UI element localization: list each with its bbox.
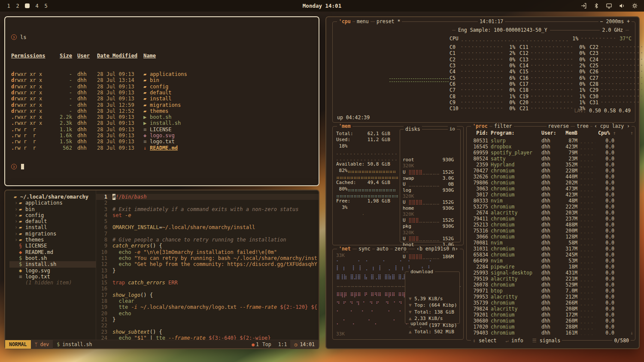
screenshare-icon[interactable] [606, 3, 612, 9]
process-row[interactable]: 16545 dropbox dhh 423M ⡀⡀⡀⡀⡀ 0.0 [470, 144, 632, 150]
tree-item[interactable]: $boot.sh [9, 255, 96, 261]
net-interface[interactable]: ‹b enp191s0 n› [415, 246, 460, 252]
tree-item[interactable]: ✱logo.svg [9, 268, 96, 274]
process-row[interactable]: 70427 chromium dhh 228M ⡀⡀⡀⡀⡀ 0.0 [470, 168, 632, 174]
io-tab[interactable]: io [448, 126, 457, 132]
code-line[interactable]: 4 set -e [96, 212, 319, 218]
terminal-input-line[interactable]: ❯ [11, 163, 313, 170]
code-line[interactable]: 12 echo "Get help from the community: ht… [96, 261, 319, 267]
code-line[interactable]: 2 [96, 200, 319, 206]
workspace-indicator[interactable]: 5 [44, 3, 48, 9]
preset-button[interactable]: preset * [375, 18, 402, 24]
terminal-window[interactable]: ❯ls Permissions Size User Date Modified … [4, 16, 319, 186]
tree-item[interactable]: ›▰applications [9, 200, 96, 206]
process-row[interactable]: 32626 chromium dhh 440M ⡀⡀⡀⡀⡀ 0.0 [470, 174, 632, 180]
process-row[interactable]: 31031 chromium dhh 317M ⡀⡀⡀⡀⡀ 0.0 [470, 246, 632, 252]
menu-button[interactable]: menu [355, 18, 371, 24]
process-row[interactable]: 25993 signal-desktop dhh 431M ⡀⡀⡀⡀⡀ 0.0 [470, 270, 632, 276]
process-row[interactable]: 79519 alacritty dhh 221M ⡀⡀⡀⡀⡀ 0.0 [470, 276, 632, 282]
select-button[interactable]: select [479, 338, 497, 344]
tree-item[interactable]: ›▰default [9, 218, 96, 224]
process-row[interactable]: 3066 chromium dhh 128M ⡀⡀⡀⡀⡀ 0.0 [470, 234, 632, 240]
code-line[interactable]: 13 } [96, 268, 319, 274]
disks-title[interactable]: disks [404, 126, 422, 132]
code-line[interactable]: 19 tte -i ~/.local/share/omarchy/logo.tx… [96, 304, 319, 310]
bluetooth-icon[interactable] [593, 3, 599, 9]
tree-item[interactable]: ›▰install [9, 224, 96, 230]
code-line[interactable]: 15 trap catch_errors ERR [96, 280, 319, 286]
tree-item[interactable]: §LICENSE [9, 243, 96, 249]
process-row[interactable]: 53275 chromium dhh 222M ⡀⡀⡀⡀⡀ 0.0 [470, 204, 632, 210]
process-row[interactable]: 26078 chromium dhh 529M ⡀⡀⡀⡀⡀ 0.0 [470, 282, 632, 288]
process-row[interactable]: 2284 pipewire dhh 18M ⡀⡀⡀⡀⡀ 0.0 [470, 264, 632, 270]
tree-button[interactable]: tree [575, 123, 590, 129]
volume-icon[interactable] [619, 3, 625, 9]
process-row[interactable]: 30680 chromium dhh 260M ⡀⡀⡀⡀⡀ 0.0 [470, 318, 632, 324]
process-row[interactable]: 17020 chromium dhh 288M ⡀⡀⡀⡀⡀ 0.0 [470, 324, 632, 330]
code-line[interactable]: 18 clear [96, 298, 319, 304]
code-line[interactable]: 17 show_logo() { [96, 292, 319, 298]
code-line[interactable]: 21 } [96, 317, 319, 323]
update-interval[interactable]: − 2000ms + [598, 18, 632, 24]
workspace-indicator[interactable]: 3 [25, 3, 30, 8]
process-row[interactable]: 2674 alacritty dhh 203M ⡀⡀⡀⡀⡀ 0.0 [470, 210, 632, 216]
code-line[interactable]: 22 [96, 323, 319, 329]
process-row[interactable]: 75316 chromium dhh 200M ⡀⡀⡀⡀⡀ 0.0 [470, 228, 632, 234]
process-row[interactable]: 79411 chromium dhh 237M ⡀⡀⡀⡀⡀ 0.0 [470, 216, 632, 222]
process-row[interactable]: 79971 btop dhh 7.0M ⡀⡀⡀⡀⡀ 0.0 [470, 288, 632, 294]
process-row[interactable]: 80524 satty dhh 23M ⡀⡀⡀⡀⡀ 0.0 [470, 156, 632, 162]
workspace-indicator[interactable]: 2 [16, 3, 19, 9]
process-row[interactable]: 25213 chromium dhh 488M ⡀⡀⡀⡀⡀ 0.0 [470, 222, 632, 228]
sort-selector[interactable]: ‹ cpu lazy › [592, 123, 632, 129]
mem-panel-title[interactable]: 'mem [337, 123, 352, 129]
scroll-down-icon[interactable]: ↓ [630, 330, 633, 336]
tree-item[interactable]: ›▰migrations [9, 231, 96, 237]
code-line[interactable]: 24 echo "$1" | tte --frame-rate ${3:-640… [96, 335, 319, 340]
code-line[interactable]: 20 echo [96, 311, 319, 317]
process-row[interactable]: 80333 nvim dhh 48M ⡀⡀⡀⡀⡀ 0.0 [470, 198, 632, 204]
code-line[interactable]: 9 catch_errors() { [96, 243, 319, 249]
code-line[interactable]: 3 # Exit immediately if a command exits … [96, 206, 319, 212]
workspace-indicator[interactable]: 4 [35, 3, 39, 9]
process-row[interactable]: 65834 chromium dhh 245M ⡀⡀⡀⡀⡀ 0.0 [470, 252, 632, 258]
process-row[interactable]: 79403 chromium dhh 161M ⡀⡀⡀⡀⡀ 0.0 [470, 330, 632, 335]
info-button[interactable]: info [511, 338, 523, 344]
tree-item[interactable]: ›▰themes [9, 237, 96, 243]
btop-window[interactable]: 'cpu menu preset * 14:01:17 − 2000ms + E… [325, 16, 640, 349]
process-row[interactable]: 80531 slurp dhh 87M ⡀⡀⡀⡀⡀ 0.0 [470, 138, 632, 144]
process-row[interactable]: 79201 chromium dhh 172M ⡀⡀⡀⡀⡀ 0.0 [470, 312, 632, 318]
code-line[interactable]: 1 #!/bin/bash [96, 194, 319, 200]
editor-window[interactable]: ▰~/.local/share/omarchy ›▰applications ›… [4, 190, 319, 349]
process-row[interactable]: 79824 alacritty dhh 208M ⡀⡀⡀⡀⡀ 0.0 [470, 306, 632, 312]
tree-item[interactable]: (1 hidden item) [9, 280, 96, 286]
tree-item[interactable]: ›▰bin [9, 206, 96, 212]
code-line[interactable]: 7 [96, 231, 319, 237]
code-line[interactable]: 16 [96, 286, 319, 292]
process-row[interactable]: 79953 alacritty dhh 212M ⡀⡀⡀⡀⡀ 0.0 [470, 294, 632, 300]
tree-item[interactable]: ◆README.md [9, 249, 96, 255]
code-editor[interactable]: 1 #!/bin/bash 2 3 # Exit immediately if … [96, 190, 319, 340]
sort-column[interactable]: Cpu% ↑ [598, 130, 614, 136]
process-row[interactable]: 3063 chromium dhh 473M ⡀⡀⡀⡀⡀ 0.0 [470, 186, 632, 192]
code-line[interactable]: 11 echo "You can retry by running: bash … [96, 255, 319, 261]
process-row[interactable]: 70081 nvim dhh 58M ⡀⡀⡀⡀⡀ 0.0 [470, 240, 632, 246]
process-row[interactable]: 66499 nvim dhh 53M ⡀⡀⡀⡀⡀ 0.0 [470, 258, 632, 264]
net-panel-title[interactable]: 'net [337, 246, 352, 252]
process-row[interactable]: 69959 spotify_player dhh 79M ⡀⡀⡀⡀⡀ 0.0 [470, 150, 632, 156]
code-line[interactable]: 8 # Give people a chance to retry runnin… [96, 237, 319, 243]
code-line[interactable]: 14 [96, 274, 319, 280]
settings-icon[interactable] [632, 3, 638, 9]
process-row[interactable]: 3017 chromium dhh 423M ⡀⡀⡀⡀⡀ 0.0 [470, 192, 632, 198]
scroll-up-icon[interactable]: ↑ [630, 130, 633, 136]
tree-item[interactable]: ≡logo.txt [9, 274, 96, 280]
logout-icon[interactable] [580, 3, 587, 9]
proc-panel-title[interactable]: 'proc [471, 123, 489, 129]
cpu-panel-title[interactable]: 'cpu [337, 18, 352, 24]
net-tab-zero[interactable]: zero [393, 246, 408, 252]
reverse-button[interactable]: reverse [547, 123, 571, 129]
net-tab-sync[interactable]: sync [357, 246, 372, 252]
code-line[interactable]: 6 OMARCHY_INSTALL=~/.local/share/omarchy… [96, 224, 319, 230]
workspace-indicator[interactable]: 1 [7, 3, 10, 9]
signals-button[interactable]: signals [540, 338, 560, 344]
code-line[interactable]: 10 echo -e "\n\e[31mOmarchy installation… [96, 249, 319, 255]
